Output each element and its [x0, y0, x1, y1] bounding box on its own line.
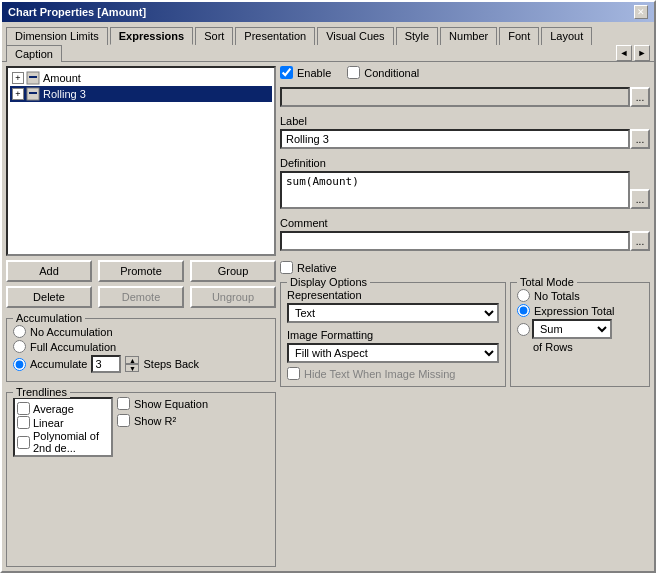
tab-next-button[interactable]: ► [634, 45, 650, 61]
group-button[interactable]: Group [190, 260, 276, 282]
sum-select[interactable]: Sum [532, 319, 612, 339]
steps-spinner: ▲ ▼ [125, 356, 139, 372]
main-content: + Amount + Rolling 3 [2, 62, 654, 571]
sum-radio[interactable] [517, 323, 530, 336]
add-button[interactable]: Add [6, 260, 92, 282]
tab-expressions[interactable]: Expressions [110, 27, 193, 45]
definition-field-title: Definition [280, 157, 650, 169]
options-panel: Display Options Representation Text Line… [280, 282, 650, 387]
tab-layout[interactable]: Layout [541, 27, 592, 45]
label-expand-button[interactable]: ... [630, 129, 650, 149]
enable-label: Enable [297, 67, 331, 79]
no-accumulation-label: No Accumulation [30, 326, 113, 338]
tab-font[interactable]: Font [499, 27, 539, 45]
hide-text-checkbox[interactable] [287, 367, 300, 380]
trendlines-title: Trendlines [13, 386, 70, 398]
show-equation-label: Show Equation [134, 398, 208, 410]
tab-visual-cues[interactable]: Visual Cues [317, 27, 394, 45]
linear-checkbox[interactable] [17, 416, 30, 429]
show-equation-checkbox[interactable] [117, 397, 130, 410]
expression-total-radio[interactable] [517, 304, 530, 317]
image-formatting-title: Image Formatting [287, 329, 499, 341]
expressions-tree[interactable]: + Amount + Rolling 3 [6, 66, 276, 256]
accumulation-title: Accumulation [13, 312, 85, 324]
show-r2-checkbox[interactable] [117, 414, 130, 427]
expand-amount[interactable]: + [12, 72, 24, 84]
label-input[interactable] [280, 129, 630, 149]
delete-button[interactable]: Delete [6, 286, 92, 308]
no-totals-label: No Totals [534, 290, 580, 302]
full-accumulation-radio[interactable] [13, 340, 26, 353]
conditional-expand-button[interactable]: ... [630, 87, 650, 107]
relative-row: Relative [280, 261, 650, 274]
trendlines-content: Average Linear Polynomial of 2nd de... [13, 397, 269, 457]
comment-input[interactable] [280, 231, 630, 251]
demote-button[interactable]: Demote [98, 286, 184, 308]
of-rows-label-row: of Rows [533, 341, 643, 353]
hide-text-label: Hide Text When Image Missing [304, 368, 455, 380]
right-panel: Enable Conditional ... Label [280, 66, 650, 567]
relative-checkbox[interactable] [280, 261, 293, 274]
tab-style[interactable]: Style [396, 27, 438, 45]
trendlines-list[interactable]: Average Linear Polynomial of 2nd de... [13, 397, 113, 457]
show-r2-label: Show R² [134, 415, 176, 427]
promote-button[interactable]: Promote [98, 260, 184, 282]
conditional-checkbox[interactable] [347, 66, 360, 79]
steps-back-label: Steps Back [143, 358, 199, 370]
comment-section: Comment ... [280, 217, 650, 251]
title-bar: Chart Properties [Amount] ✕ [2, 2, 654, 22]
polynomial-checkbox[interactable] [17, 436, 30, 449]
tree-item-amount-label: Amount [43, 72, 81, 84]
accumulate-radio[interactable] [13, 358, 26, 371]
enable-checkbox-row: Enable [280, 66, 331, 79]
tab-dimension-limits[interactable]: Dimension Limits [6, 27, 108, 45]
trendline-polynomial[interactable]: Polynomial of 2nd de... [17, 430, 109, 454]
conditional-input[interactable] [280, 87, 630, 107]
conditional-checkbox-row: Conditional [347, 66, 419, 79]
tab-caption[interactable]: Caption [6, 45, 62, 62]
steps-input[interactable] [91, 355, 121, 373]
close-button[interactable]: ✕ [634, 5, 648, 19]
representation-select[interactable]: Text Line Bar Symbol [287, 303, 499, 323]
comment-expand-button[interactable]: ... [630, 231, 650, 251]
tab-presentation[interactable]: Presentation [235, 27, 315, 45]
definition-input[interactable]: sum(Amount) [280, 171, 630, 209]
total-mode-title: Total Mode [517, 276, 577, 288]
average-checkbox[interactable] [17, 402, 30, 415]
enable-checkbox[interactable] [280, 66, 293, 79]
image-formatting-section: Image Formatting Fill with Aspect Fill w… [287, 329, 499, 363]
definition-expand-button[interactable]: ... [630, 189, 650, 209]
no-totals-radio[interactable] [517, 289, 530, 302]
hide-text-row: Hide Text When Image Missing [287, 367, 499, 380]
rolling3-icon [26, 87, 40, 101]
trendline-linear[interactable]: Linear [17, 416, 109, 429]
accumulate-row: Accumulate ▲ ▼ Steps Back [13, 355, 269, 373]
conditional-input-row: ... [280, 87, 650, 107]
no-accumulation-row: No Accumulation [13, 325, 269, 338]
steps-down-button[interactable]: ▼ [125, 364, 139, 372]
show-equation-row: Show Equation [117, 397, 208, 410]
tab-prev-button[interactable]: ◄ [616, 45, 632, 61]
relative-label: Relative [297, 262, 337, 274]
expand-rolling3[interactable]: + [12, 88, 24, 100]
conditional-label: Conditional [364, 67, 419, 79]
tab-number[interactable]: Number [440, 27, 497, 45]
steps-up-button[interactable]: ▲ [125, 356, 139, 364]
trendline-average[interactable]: Average [17, 402, 109, 415]
action-buttons-row2: Delete Demote Ungroup [6, 286, 276, 308]
image-formatting-select[interactable]: Fill with Aspect Fill without Aspect Fit… [287, 343, 499, 363]
display-options-title: Display Options [287, 276, 370, 288]
label-section: Label ... [280, 115, 650, 149]
svg-rect-1 [29, 76, 37, 78]
tree-item-rolling3[interactable]: + Rolling 3 [10, 86, 272, 102]
accumulate-label: Accumulate [30, 358, 87, 370]
window-title: Chart Properties [Amount] [8, 6, 146, 18]
sum-row: Sum [517, 319, 643, 339]
expression-total-row: Expression Total [517, 304, 643, 317]
no-accumulation-radio[interactable] [13, 325, 26, 338]
main-window: Chart Properties [Amount] ✕ Dimension Li… [0, 0, 656, 573]
tab-sort[interactable]: Sort [195, 27, 233, 45]
polynomial-label: Polynomial of 2nd de... [33, 430, 109, 454]
tree-item-amount[interactable]: + Amount [10, 70, 272, 86]
ungroup-button[interactable]: Ungroup [190, 286, 276, 308]
